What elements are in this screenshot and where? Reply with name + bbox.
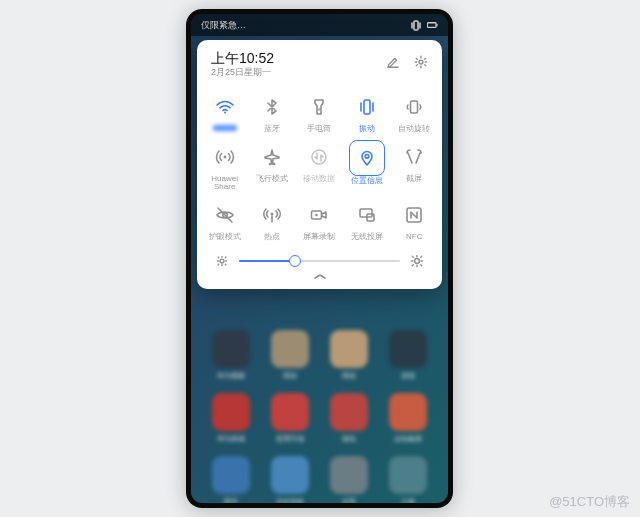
phone-screen: 仅限紧急… 华为视频 阅读 阅读 游戏 华为商城 应用市场 钱包 运动健康 图库 xyxy=(191,14,448,503)
tile-cast[interactable]: 无线投屏 xyxy=(343,195,390,245)
svg-rect-1 xyxy=(427,22,436,27)
panel-header: 上午10:52 2月25日星期一 xyxy=(197,50,442,85)
vibrate-icon xyxy=(353,93,381,121)
vibrate-icon xyxy=(411,20,422,31)
statusbar-carrier: 仅限紧急… xyxy=(201,19,246,32)
expand-handle[interactable] xyxy=(197,271,442,285)
tile-label: 移动数据 xyxy=(303,175,335,183)
slider-thumb[interactable] xyxy=(289,255,301,267)
flashlight-icon xyxy=(305,93,333,121)
phone-frame: 仅限紧急… 华为视频 阅读 阅读 游戏 华为商城 应用市场 钱包 运动健康 图库 xyxy=(186,9,453,508)
slider-fill xyxy=(239,260,295,262)
tile-label: 截屏 xyxy=(406,175,422,183)
svg-point-7 xyxy=(223,156,226,159)
screenrec-icon xyxy=(305,201,333,229)
svg-point-13 xyxy=(316,214,319,217)
svg-point-17 xyxy=(220,260,224,264)
sun-low-icon xyxy=(215,254,229,268)
mobiledata-icon xyxy=(305,143,333,171)
tile-location[interactable]: 位置信息 xyxy=(343,137,390,195)
svg-rect-0 xyxy=(414,21,418,30)
tile-label: 护眼模式 xyxy=(209,233,241,241)
tile-label: 手电筒 xyxy=(307,125,331,133)
tile-screenshot[interactable]: 截屏 xyxy=(391,137,438,195)
tile-nfc[interactable]: NFC xyxy=(391,195,438,245)
bluetooth-icon xyxy=(258,93,286,121)
svg-point-18 xyxy=(415,259,420,264)
tile-label: 屏幕录制 xyxy=(303,233,335,241)
tile-autorotate[interactable]: 自动旋转 xyxy=(391,87,438,137)
home-screen: 华为视频 阅读 阅读 游戏 华为商城 应用市场 钱包 运动健康 图库 手机管家 … xyxy=(191,324,448,503)
svg-rect-2 xyxy=(436,23,437,25)
svg-point-9 xyxy=(365,155,369,159)
screenshot-icon xyxy=(400,143,428,171)
svg-point-8 xyxy=(312,150,326,164)
quick-settings-panel: 上午10:52 2月25日星期一 xyxy=(197,40,442,289)
eyecare-icon xyxy=(211,201,239,229)
tile-bluetooth[interactable]: 蓝牙 xyxy=(248,87,295,137)
hotspot-icon xyxy=(258,201,286,229)
tile-wifi-label-blurred xyxy=(213,125,237,131)
status-bar: 仅限紧急… xyxy=(191,14,448,36)
tile-label: 位置信息 xyxy=(351,177,383,185)
svg-point-4 xyxy=(224,112,226,114)
tile-vibrate[interactable]: 振动 xyxy=(343,87,390,137)
svg-point-3 xyxy=(419,60,423,64)
edit-icon[interactable] xyxy=(386,55,400,73)
tile-huawei-share[interactable]: Huawei Share xyxy=(201,137,248,195)
tile-label: Huawei Share xyxy=(201,175,248,191)
tile-label: 无线投屏 xyxy=(351,233,383,241)
autorotate-icon xyxy=(400,93,428,121)
tile-mobiledata[interactable]: 移动数据 xyxy=(296,137,343,195)
huawei-share-icon xyxy=(211,143,239,171)
tile-label: 振动 xyxy=(359,125,375,133)
tile-label: 飞行模式 xyxy=(256,175,288,183)
location-icon xyxy=(349,140,385,176)
tile-label: 热点 xyxy=(264,233,280,241)
watermark: @51CTO博客 xyxy=(549,493,630,511)
tile-wifi[interactable] xyxy=(201,87,248,137)
time-date-block[interactable]: 上午10:52 2月25日星期一 xyxy=(211,50,274,77)
battery-icon xyxy=(427,20,438,31)
status-right xyxy=(411,20,438,31)
tile-eyecare[interactable]: 护眼模式 xyxy=(201,195,248,245)
tiles-grid: 蓝牙 手电筒 振动 自 xyxy=(197,85,442,247)
tile-screenrec[interactable]: 屏幕录制 xyxy=(296,195,343,245)
brightness-slider[interactable] xyxy=(239,253,400,269)
tile-label: 蓝牙 xyxy=(264,125,280,133)
airplane-icon xyxy=(258,143,286,171)
settings-icon[interactable] xyxy=(414,55,428,73)
svg-rect-14 xyxy=(360,209,372,217)
cast-icon xyxy=(353,201,381,229)
clock-time: 上午10:52 xyxy=(211,50,274,66)
tile-label: NFC xyxy=(406,233,422,241)
clock-date: 2月25日星期一 xyxy=(211,67,274,77)
sun-high-icon xyxy=(410,254,424,268)
tile-label: 自动旋转 xyxy=(398,125,430,133)
brightness-row xyxy=(197,247,442,271)
wifi-icon xyxy=(211,93,239,121)
tile-airplane[interactable]: 飞行模式 xyxy=(248,137,295,195)
svg-point-11 xyxy=(271,213,274,216)
svg-rect-5 xyxy=(364,100,370,114)
tile-torch[interactable]: 手电筒 xyxy=(296,87,343,137)
nfc-icon xyxy=(400,201,428,229)
svg-rect-6 xyxy=(411,101,418,113)
tile-hotspot[interactable]: 热点 xyxy=(248,195,295,245)
